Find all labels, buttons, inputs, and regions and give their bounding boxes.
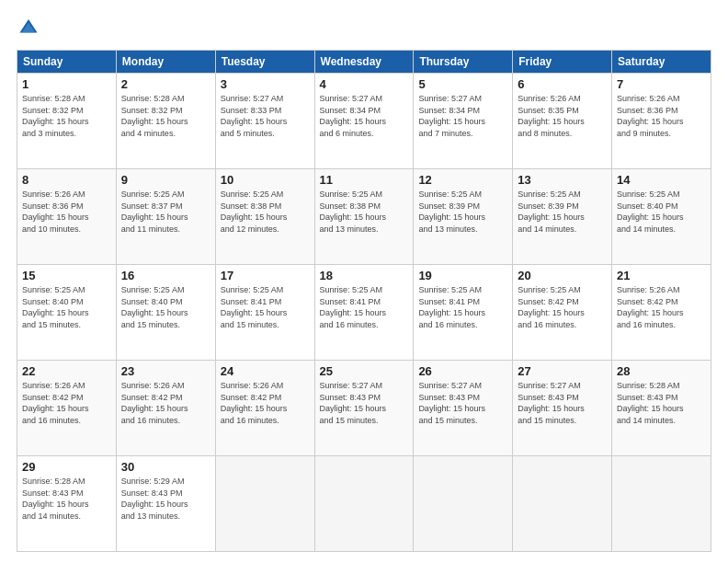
day-info: Sunrise: 5:25 AMSunset: 8:42 PMDaylight:… — [518, 284, 607, 330]
day-cell-28: 28 Sunrise: 5:28 AMSunset: 8:43 PMDaylig… — [612, 361, 711, 456]
day-info: Sunrise: 5:27 AMSunset: 8:34 PMDaylight:… — [320, 93, 409, 139]
day-number: 27 — [518, 364, 607, 378]
day-number: 11 — [320, 173, 409, 187]
day-cell-20: 20 Sunrise: 5:25 AMSunset: 8:42 PMDaylig… — [513, 265, 612, 361]
day-info: Sunrise: 5:28 AMSunset: 8:32 PMDaylight:… — [22, 93, 111, 139]
day-info: Sunrise: 5:25 AMSunset: 8:39 PMDaylight:… — [518, 189, 607, 235]
day-number: 15 — [22, 269, 111, 282]
day-info: Sunrise: 5:25 AMSunset: 8:41 PMDaylight:… — [320, 284, 409, 330]
header-day-monday: Monday — [116, 51, 215, 74]
day-number: 26 — [418, 364, 507, 378]
day-info: Sunrise: 5:26 AMSunset: 8:42 PMDaylight:… — [617, 284, 706, 330]
calendar-header-row: SundayMondayTuesdayWednesdayThursdayFrid… — [17, 51, 711, 74]
day-cell-22: 22 Sunrise: 5:26 AMSunset: 8:42 PMDaylig… — [17, 361, 117, 456]
logo — [17, 17, 40, 40]
day-info: Sunrise: 5:29 AMSunset: 8:43 PMDaylight:… — [121, 476, 210, 522]
day-number: 5 — [418, 77, 507, 91]
day-cell-18: 18 Sunrise: 5:25 AMSunset: 8:41 PMDaylig… — [314, 265, 414, 361]
empty-cell — [314, 456, 414, 552]
week-row-1: 1 Sunrise: 5:28 AMSunset: 8:32 PMDayligh… — [17, 74, 711, 169]
day-number: 30 — [121, 460, 210, 474]
day-cell-17: 17 Sunrise: 5:25 AMSunset: 8:41 PMDaylig… — [215, 265, 314, 361]
day-number: 25 — [320, 364, 409, 378]
day-info: Sunrise: 5:28 AMSunset: 8:43 PMDaylight:… — [617, 380, 706, 426]
day-cell-29: 29 Sunrise: 5:28 AMSunset: 8:43 PMDaylig… — [17, 456, 117, 552]
day-info: Sunrise: 5:25 AMSunset: 8:41 PMDaylight:… — [221, 284, 310, 330]
day-info: Sunrise: 5:27 AMSunset: 8:43 PMDaylight:… — [418, 380, 507, 426]
week-row-3: 15 Sunrise: 5:25 AMSunset: 8:40 PMDaylig… — [17, 265, 711, 361]
day-info: Sunrise: 5:25 AMSunset: 8:38 PMDaylight:… — [221, 189, 310, 235]
day-info: Sunrise: 5:25 AMSunset: 8:39 PMDaylight:… — [418, 189, 507, 235]
day-cell-2: 2 Sunrise: 5:28 AMSunset: 8:32 PMDayligh… — [116, 74, 215, 169]
day-number: 16 — [121, 269, 210, 282]
day-cell-30: 30 Sunrise: 5:29 AMSunset: 8:43 PMDaylig… — [116, 456, 215, 552]
day-number: 23 — [121, 364, 210, 378]
day-info: Sunrise: 5:26 AMSunset: 8:42 PMDaylight:… — [121, 380, 210, 426]
day-number: 20 — [518, 269, 607, 282]
header-day-thursday: Thursday — [414, 51, 513, 74]
day-info: Sunrise: 5:25 AMSunset: 8:40 PMDaylight:… — [617, 189, 706, 235]
day-cell-13: 13 Sunrise: 5:25 AMSunset: 8:39 PMDaylig… — [513, 169, 612, 265]
day-cell-24: 24 Sunrise: 5:26 AMSunset: 8:42 PMDaylig… — [215, 361, 314, 456]
day-number: 4 — [320, 77, 409, 91]
day-number: 8 — [22, 173, 111, 187]
day-number: 17 — [221, 269, 310, 282]
day-info: Sunrise: 5:26 AMSunset: 8:42 PMDaylight:… — [22, 380, 111, 426]
day-info: Sunrise: 5:25 AMSunset: 8:41 PMDaylight:… — [418, 284, 507, 330]
header-day-friday: Friday — [513, 51, 612, 74]
day-info: Sunrise: 5:27 AMSunset: 8:33 PMDaylight:… — [221, 93, 310, 139]
day-info: Sunrise: 5:28 AMSunset: 8:43 PMDaylight:… — [22, 476, 111, 522]
day-cell-4: 4 Sunrise: 5:27 AMSunset: 8:34 PMDayligh… — [314, 74, 414, 169]
week-row-2: 8 Sunrise: 5:26 AMSunset: 8:36 PMDayligh… — [17, 169, 711, 265]
day-number: 3 — [221, 77, 310, 91]
day-info: Sunrise: 5:25 AMSunset: 8:40 PMDaylight:… — [121, 284, 210, 330]
calendar: SundayMondayTuesdayWednesdayThursdayFrid… — [17, 50, 711, 552]
day-number: 18 — [320, 269, 409, 282]
day-info: Sunrise: 5:26 AMSunset: 8:35 PMDaylight:… — [518, 93, 607, 139]
day-info: Sunrise: 5:27 AMSunset: 8:43 PMDaylight:… — [320, 380, 409, 426]
day-cell-23: 23 Sunrise: 5:26 AMSunset: 8:42 PMDaylig… — [116, 361, 215, 456]
day-cell-6: 6 Sunrise: 5:26 AMSunset: 8:35 PMDayligh… — [513, 74, 612, 169]
day-number: 1 — [22, 77, 111, 91]
header-day-saturday: Saturday — [612, 51, 711, 74]
day-cell-25: 25 Sunrise: 5:27 AMSunset: 8:43 PMDaylig… — [314, 361, 414, 456]
day-info: Sunrise: 5:25 AMSunset: 8:40 PMDaylight:… — [22, 284, 111, 330]
day-info: Sunrise: 5:26 AMSunset: 8:42 PMDaylight:… — [221, 380, 310, 426]
day-number: 7 — [617, 77, 706, 91]
day-cell-15: 15 Sunrise: 5:25 AMSunset: 8:40 PMDaylig… — [17, 265, 117, 361]
header-day-sunday: Sunday — [17, 51, 117, 74]
day-number: 9 — [121, 173, 210, 187]
day-number: 22 — [22, 364, 111, 378]
day-cell-1: 1 Sunrise: 5:28 AMSunset: 8:32 PMDayligh… — [17, 74, 117, 169]
day-info: Sunrise: 5:27 AMSunset: 8:34 PMDaylight:… — [418, 93, 507, 139]
header-day-tuesday: Tuesday — [215, 51, 314, 74]
day-cell-21: 21 Sunrise: 5:26 AMSunset: 8:42 PMDaylig… — [612, 265, 711, 361]
day-cell-8: 8 Sunrise: 5:26 AMSunset: 8:36 PMDayligh… — [17, 169, 117, 265]
day-cell-19: 19 Sunrise: 5:25 AMSunset: 8:41 PMDaylig… — [414, 265, 513, 361]
day-cell-7: 7 Sunrise: 5:26 AMSunset: 8:36 PMDayligh… — [612, 74, 711, 169]
day-cell-11: 11 Sunrise: 5:25 AMSunset: 8:38 PMDaylig… — [314, 169, 414, 265]
day-cell-14: 14 Sunrise: 5:25 AMSunset: 8:40 PMDaylig… — [612, 169, 711, 265]
day-cell-5: 5 Sunrise: 5:27 AMSunset: 8:34 PMDayligh… — [414, 74, 513, 169]
empty-cell — [612, 456, 711, 552]
day-number: 19 — [418, 269, 507, 282]
day-number: 29 — [22, 460, 111, 474]
day-cell-27: 27 Sunrise: 5:27 AMSunset: 8:43 PMDaylig… — [513, 361, 612, 456]
logo-icon — [18, 17, 39, 37]
day-number: 28 — [617, 364, 706, 378]
day-info: Sunrise: 5:27 AMSunset: 8:43 PMDaylight:… — [518, 380, 607, 426]
day-cell-3: 3 Sunrise: 5:27 AMSunset: 8:33 PMDayligh… — [215, 74, 314, 169]
day-cell-26: 26 Sunrise: 5:27 AMSunset: 8:43 PMDaylig… — [414, 361, 513, 456]
empty-cell — [215, 456, 314, 552]
day-info: Sunrise: 5:26 AMSunset: 8:36 PMDaylight:… — [22, 189, 111, 235]
day-info: Sunrise: 5:25 AMSunset: 8:38 PMDaylight:… — [320, 189, 409, 235]
week-row-5: 29 Sunrise: 5:28 AMSunset: 8:43 PMDaylig… — [17, 456, 711, 552]
day-info: Sunrise: 5:26 AMSunset: 8:36 PMDaylight:… — [617, 93, 706, 139]
day-cell-16: 16 Sunrise: 5:25 AMSunset: 8:40 PMDaylig… — [116, 265, 215, 361]
header-day-wednesday: Wednesday — [314, 51, 414, 74]
day-cell-12: 12 Sunrise: 5:25 AMSunset: 8:39 PMDaylig… — [414, 169, 513, 265]
day-number: 6 — [518, 77, 607, 91]
day-info: Sunrise: 5:25 AMSunset: 8:37 PMDaylight:… — [121, 189, 210, 235]
day-number: 14 — [617, 173, 706, 187]
day-info: Sunrise: 5:28 AMSunset: 8:32 PMDaylight:… — [121, 93, 210, 139]
